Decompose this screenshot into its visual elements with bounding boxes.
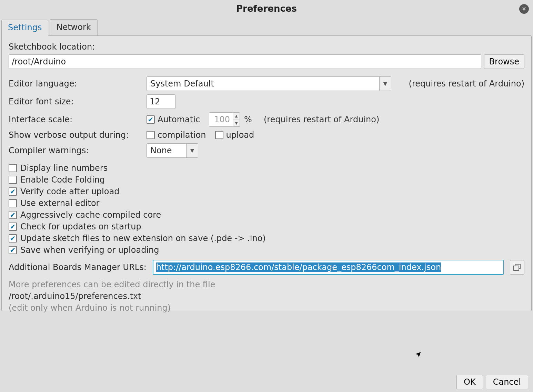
code-folding-label: Enable Code Folding [20, 175, 105, 185]
cache-core-label: Aggressively cache compiled core [20, 210, 161, 220]
boards-urls-input[interactable]: http://arduino.esp8266.com/stable/packag… [153, 260, 504, 275]
interface-scale-label: Interface scale: [9, 115, 144, 124]
code-folding-checkbox[interactable] [9, 176, 17, 184]
font-size-input[interactable] [147, 94, 175, 109]
settings-panel: Sketchbook location: Browse Editor langu… [1, 35, 532, 311]
editor-language-label: Editor language: [9, 79, 144, 89]
tab-settings[interactable]: Settings [1, 20, 48, 36]
update-ext-label: Update sketch files to new extension on … [20, 234, 266, 243]
upload-checkbox[interactable] [215, 131, 223, 139]
window-title: Preferences [236, 3, 297, 14]
verify-after-upload-label: Verify code after upload [20, 187, 119, 196]
compilation-label: compilation [158, 130, 206, 140]
editor-language-hint: (requires restart of Arduino) [409, 79, 524, 89]
line-numbers-label: Display line numbers [20, 163, 108, 173]
font-size-label: Editor font size: [9, 97, 144, 106]
automatic-checkbox[interactable] [147, 115, 155, 124]
update-ext-checkbox[interactable] [9, 234, 17, 243]
close-button[interactable]: ✕ [519, 4, 529, 14]
sketchbook-input[interactable] [9, 54, 481, 69]
preferences-window: Preferences ✕ Settings Network Sketchboo… [0, 0, 533, 392]
line-numbers-checkbox[interactable] [9, 164, 17, 172]
automatic-label: Automatic [158, 115, 200, 124]
titlebar: Preferences ✕ [0, 0, 533, 17]
browse-button[interactable]: Browse [484, 54, 524, 69]
compilation-checkbox[interactable] [147, 131, 155, 139]
cache-core-checkbox[interactable] [9, 211, 17, 219]
check-updates-checkbox[interactable] [9, 223, 17, 231]
footer-note-line1: More preferences can be edited directly … [9, 280, 524, 289]
scale-input[interactable] [209, 112, 233, 127]
verbose-label: Show verbose output during: [9, 130, 144, 140]
spinner-up-icon[interactable]: ▲ [233, 113, 240, 120]
check-updates-label: Check for updates on startup [20, 222, 141, 231]
cancel-button[interactable]: Cancel [486, 375, 528, 389]
boards-urls-label: Additional Boards Manager URLs: [9, 262, 147, 272]
svg-rect-1 [514, 266, 519, 270]
close-icon: ✕ [522, 6, 526, 12]
compiler-warnings-value: None [147, 144, 186, 157]
external-editor-checkbox[interactable] [9, 199, 17, 207]
dialog-buttons: OK Cancel [456, 375, 528, 389]
upload-label: upload [226, 130, 254, 140]
percent-label: % [244, 115, 252, 124]
chevron-down-icon: ▼ [186, 144, 198, 157]
verify-after-upload-checkbox[interactable] [9, 187, 17, 196]
preferences-file-path[interactable]: /root/.arduino15/preferences.txt [9, 291, 524, 301]
boards-urls-expand-button[interactable] [510, 260, 524, 275]
tab-bar: Settings Network [0, 19, 533, 35]
boards-urls-value: http://arduino.esp8266.com/stable/packag… [156, 262, 441, 272]
scale-spinner[interactable]: ▲ ▼ [209, 112, 240, 127]
editor-language-select[interactable]: System Default ▼ [147, 76, 391, 91]
compiler-warnings-select[interactable]: None ▼ [147, 143, 198, 158]
cursor-icon: ➤ [413, 349, 424, 359]
window-icon [513, 264, 521, 271]
sketchbook-label: Sketchbook location: [9, 42, 524, 52]
compiler-warnings-label: Compiler warnings: [9, 146, 144, 155]
save-on-verify-checkbox[interactable] [9, 246, 17, 254]
tab-network[interactable]: Network [50, 19, 97, 35]
chevron-down-icon: ▼ [379, 77, 391, 91]
editor-language-value: System Default [147, 77, 379, 91]
external-editor-label: Use external editor [20, 198, 99, 208]
spinner-down-icon[interactable]: ▼ [233, 120, 240, 127]
save-on-verify-label: Save when verifying or uploading [20, 245, 159, 255]
footer-note-line2: (edit only when Arduino is not running) [9, 303, 524, 313]
scale-hint: (requires restart of Arduino) [264, 115, 379, 124]
ok-button[interactable]: OK [456, 375, 483, 389]
